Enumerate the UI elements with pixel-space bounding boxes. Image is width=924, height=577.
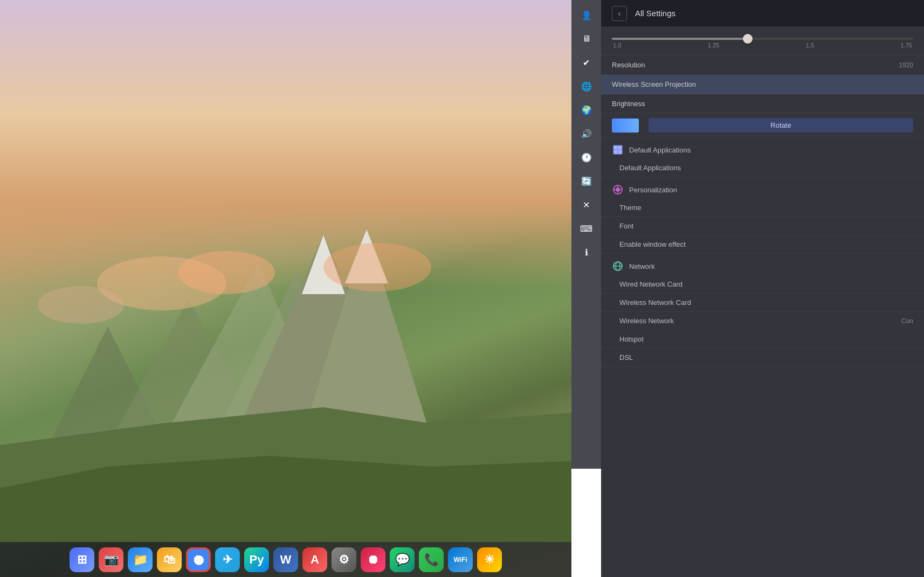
- network-icon: [612, 260, 624, 272]
- word-icon[interactable]: W: [273, 547, 298, 572]
- scale-section: 1.0 1.25 1.5 1.75: [601, 27, 924, 55]
- wireless-screen-projection-label: Wireless Screen Projection: [612, 80, 696, 88]
- pycharm-icon[interactable]: Py: [244, 547, 269, 572]
- personalization-icon: [612, 184, 624, 196]
- dsl-label: DSL: [619, 353, 633, 362]
- font-label: Font: [619, 222, 633, 230]
- default-applications-section-header: Default Applications: [601, 137, 924, 159]
- store-icon[interactable]: 🛍: [157, 547, 182, 572]
- wired-network-card-subitem[interactable]: Wired Network Card: [601, 275, 924, 294]
- desktop-background: ⊞📷📁🛍◉✈PyWA⚙⏺💬📞WiFi☀: [0, 0, 571, 577]
- checkmark-icon[interactable]: ✔: [577, 53, 596, 72]
- brightness-label: Brightness: [612, 100, 645, 108]
- wireless-network-subitem[interactable]: Wireless Network Con: [601, 312, 924, 330]
- camera-icon[interactable]: 📷: [99, 547, 123, 572]
- telegram-icon[interactable]: ✈: [215, 547, 240, 572]
- enable-window-effect-label: Enable window effect: [619, 240, 686, 248]
- scale-slider-track[interactable]: [612, 38, 913, 40]
- wired-network-card-label: Wired Network Card: [619, 280, 682, 288]
- svg-rect-16: [613, 150, 618, 154]
- svg-marker-2: [162, 273, 420, 542]
- whatsapp-icon[interactable]: 💬: [390, 547, 415, 572]
- default-applications-header-label: Default Applications: [629, 146, 691, 154]
- files-icon[interactable]: 📁: [128, 547, 153, 572]
- globe-icon[interactable]: 🌐: [577, 77, 596, 96]
- svg-rect-15: [618, 145, 622, 150]
- svg-rect-17: [618, 150, 622, 154]
- user-icon[interactable]: 👤: [577, 5, 596, 25]
- volume-icon[interactable]: 🔊: [577, 124, 596, 143]
- tick-1-25: 1.25: [708, 42, 719, 48]
- settings-taskbar-icon[interactable]: ⚙: [332, 547, 356, 572]
- back-button[interactable]: ‹: [612, 6, 627, 21]
- clock-icon[interactable]: 🕐: [577, 148, 596, 167]
- astah-icon[interactable]: A: [302, 547, 327, 572]
- scale-slider-thumb[interactable]: [743, 34, 753, 44]
- scale-slider-fill: [612, 38, 748, 40]
- resolution-value: 1920: [899, 61, 913, 69]
- display-icon[interactable]: 🖥: [577, 29, 596, 48]
- font-subitem[interactable]: Font: [601, 217, 924, 235]
- resolution-label: Resolution: [612, 61, 645, 69]
- svg-marker-9: [0, 456, 571, 542]
- dsl-subitem[interactable]: DSL: [601, 349, 924, 367]
- svg-marker-3: [108, 262, 377, 542]
- close-circle-icon[interactable]: ✕: [577, 195, 596, 214]
- personalization-header-label: Personalization: [629, 186, 677, 194]
- default-apps-icon: [612, 144, 624, 156]
- brightness-row[interactable]: Brightness: [601, 94, 924, 114]
- svg-point-19: [616, 187, 620, 192]
- wireless-network-value: Con: [901, 317, 913, 325]
- brightness-indicator: [612, 119, 639, 133]
- taskbar: ⊞📷📁🛍◉✈PyWA⚙⏺💬📞WiFi☀: [0, 542, 571, 577]
- info-icon[interactable]: ℹ: [577, 242, 596, 262]
- settings-panel: ‹ All Settings 1.0 1.25 1.5 1.75 Resolut…: [601, 0, 924, 577]
- rotate-button[interactable]: Rotate: [649, 118, 913, 133]
- theme-label: Theme: [619, 204, 641, 212]
- settings-header: ‹ All Settings: [601, 0, 924, 27]
- apps-launcher-icon[interactable]: ⊞: [70, 547, 94, 572]
- keyboard-icon[interactable]: ⌨: [577, 219, 596, 238]
- rotate-area: Rotate: [601, 114, 924, 137]
- wireless-network-label: Wireless Network: [619, 317, 674, 325]
- wireless-screen-projection-row[interactable]: Wireless Screen Projection: [601, 75, 924, 94]
- network-section-header: Network: [601, 254, 924, 275]
- resolution-row[interactable]: Resolution 1920: [601, 55, 924, 75]
- sidebar-icons-strip: 👤🖥✔🌐🌍🔊🕐🔄✕⌨ℹ: [571, 0, 601, 469]
- wifi-taskbar-icon[interactable]: WiFi: [448, 547, 473, 572]
- network-header-label: Network: [629, 262, 655, 270]
- settings-panel-title: All Settings: [635, 9, 675, 18]
- default-applications-item-label: Default Applications: [619, 164, 681, 172]
- back-arrow-icon: ‹: [618, 9, 621, 18]
- refresh-icon[interactable]: 🔄: [577, 171, 596, 191]
- globe2-icon[interactable]: 🌍: [577, 100, 596, 120]
- scale-ticks: 1.0 1.25 1.5 1.75: [612, 42, 913, 48]
- phone-icon[interactable]: 📞: [419, 547, 444, 572]
- default-applications-subitem[interactable]: Default Applications: [601, 159, 924, 177]
- tick-1-0: 1.0: [613, 42, 621, 48]
- personalization-section-header: Personalization: [601, 177, 924, 199]
- svg-rect-14: [613, 145, 618, 150]
- svg-point-13: [38, 286, 124, 324]
- chrome-icon[interactable]: ◉: [186, 547, 211, 572]
- weather-icon[interactable]: ☀: [477, 547, 502, 572]
- wireless-network-card-subitem[interactable]: Wireless Network Card: [601, 294, 924, 312]
- svg-marker-8: [0, 407, 571, 542]
- tick-1-5: 1.5: [806, 42, 814, 48]
- tick-1-75: 1.75: [901, 42, 912, 48]
- svg-marker-1: [54, 300, 323, 542]
- wireless-network-card-label: Wireless Network Card: [619, 298, 691, 307]
- hotspot-label: Hotspot: [619, 335, 644, 343]
- hotspot-subitem[interactable]: Hotspot: [601, 330, 924, 349]
- svg-marker-0: [0, 326, 216, 542]
- theme-subitem[interactable]: Theme: [601, 199, 924, 217]
- record-icon[interactable]: ⏺: [361, 547, 385, 572]
- enable-window-effect-subitem[interactable]: Enable window effect: [601, 235, 924, 254]
